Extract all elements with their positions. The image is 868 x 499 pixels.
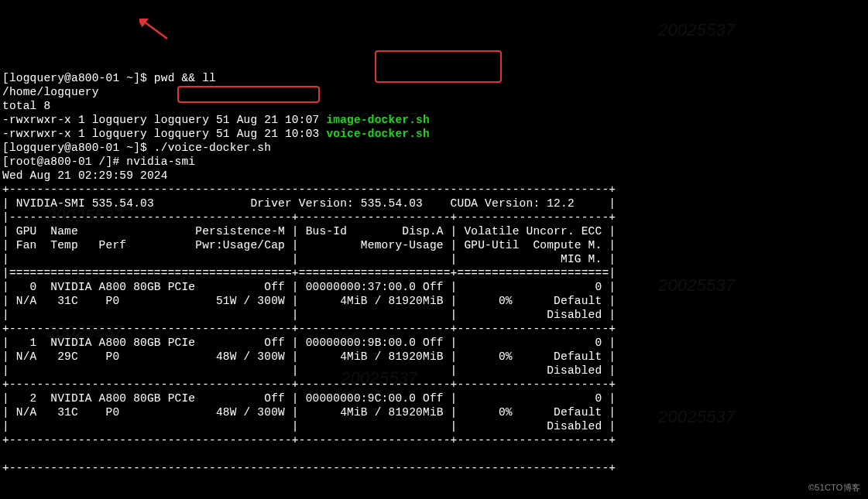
smi-gpu-row: | N/A 31C P0 51W / 300W | 4MiB / 81920Mi… bbox=[2, 295, 616, 307]
svg-line-0 bbox=[144, 22, 167, 39]
pwd-output: /home/logquery bbox=[2, 86, 99, 98]
smi-gpu-row: | | | Disabled | bbox=[2, 309, 616, 321]
ls-row-1: -rwxrwxr-x 1 logquery logquery 51 Aug 21… bbox=[2, 114, 430, 126]
smi-border: +---------------------------------------… bbox=[2, 378, 616, 391]
highlight-box-files bbox=[375, 50, 502, 83]
file-voice-docker: voice-docker.sh bbox=[326, 128, 430, 140]
smi-col-hdr: | Fan Temp Perf Pwr:Usage/Cap | Memory-U… bbox=[2, 239, 616, 251]
highlight-box-command bbox=[177, 86, 320, 103]
smi-border: +---------------------------------------… bbox=[2, 323, 616, 335]
file-image-docker: image-docker.sh bbox=[326, 114, 430, 126]
prompt-line-3[interactable]: [root@a800-01 /]# nvidia-smi bbox=[2, 156, 195, 168]
watermark: 20025537 bbox=[658, 23, 735, 37]
date-line: Wed Aug 21 02:29:59 2024 bbox=[2, 169, 168, 182]
smi-col-hdr: | GPU Name Persistence-M | Bus-Id Disp.A… bbox=[2, 225, 616, 238]
smi-gpu-row: | N/A 31C P0 48W / 300W | 4MiB / 81920Mi… bbox=[2, 406, 616, 419]
smi-gpu-row: | | | Disabled | bbox=[2, 420, 616, 432]
ls-row-2: -rwxrwxr-x 1 logquery logquery 51 Aug 21… bbox=[2, 128, 430, 140]
smi-border: |=======================================… bbox=[2, 267, 616, 279]
smi-header: | NVIDIA-SMI 535.54.03 Driver Version: 5… bbox=[2, 197, 616, 210]
smi-gpu-row: | | | Disabled | bbox=[2, 364, 616, 377]
smi-blank bbox=[2, 448, 623, 460]
total-line: total 8 bbox=[2, 100, 50, 112]
smi-border: +---------------------------------------… bbox=[2, 434, 616, 446]
smi-border: +---------------------------------------… bbox=[2, 462, 616, 474]
smi-gpu-row: | N/A 29C P0 48W / 300W | 4MiB / 81920Mi… bbox=[2, 350, 616, 363]
smi-gpu-row: | 1 NVIDIA A800 80GB PCIe Off | 00000000… bbox=[2, 337, 616, 349]
prompt-line-2[interactable]: [logquery@a800-01 ~]$ ./voice-docker.sh bbox=[2, 142, 271, 154]
prompt-line-1[interactable]: [logquery@a800-01 ~]$ pwd && ll bbox=[2, 72, 216, 84]
smi-gpu-row: | 2 NVIDIA A800 80GB PCIe Off | 00000000… bbox=[2, 392, 616, 405]
terminal-output: [logquery@a800-01 ~]$ pwd && ll /home/lo… bbox=[0, 56, 868, 477]
smi-border: |---------------------------------------… bbox=[2, 211, 616, 224]
smi-gpu-row: | 0 NVIDIA A800 80GB PCIe Off | 00000000… bbox=[2, 281, 616, 293]
source-attribution: ©51CTO博客 bbox=[808, 480, 860, 494]
arrow-icon bbox=[139, 19, 170, 42]
smi-border: +---------------------------------------… bbox=[2, 183, 616, 196]
smi-col-hdr: | | | MIG M. | bbox=[2, 253, 616, 265]
